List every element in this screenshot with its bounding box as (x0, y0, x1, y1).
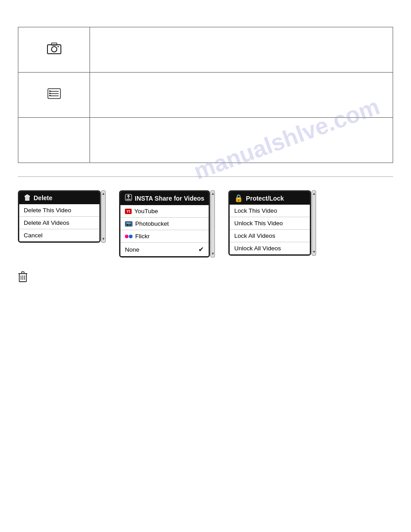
none-checkmark: ✔ (198, 245, 204, 253)
insta-share-menu: INSTA Share for Videos Yt YouTube 📷 Phot… (119, 190, 210, 257)
scroll-down-arrow[interactable]: ▼ (211, 252, 214, 256)
delete-scrollbar[interactable]: ▲ ▼ (101, 190, 106, 243)
insta-share-menu-header: INSTA Share for Videos (120, 192, 209, 205)
unlock-all-videos-label: Unlock All Videos (234, 245, 281, 252)
blank-icon-cell (18, 118, 90, 163)
cancel-label: Cancel (24, 232, 43, 239)
menus-section: 🗑 Delete Delete This Video Delete All Vi… (18, 190, 393, 257)
protect-lock-menu-wrapper: 🔒 Protect/Lock Lock This Video Unlock Th… (228, 190, 316, 256)
list-icon (47, 88, 61, 102)
youtube-icon: Yt (125, 209, 132, 214)
section-divider (18, 176, 393, 177)
camera-icon-cell (18, 27, 90, 72)
camera-icon (47, 43, 61, 57)
none-label: None (125, 246, 139, 253)
insta-share-menu-wrapper: INSTA Share for Videos Yt YouTube 📷 Phot… (119, 190, 215, 257)
protect-lock-menu-title: Protect/Lock (246, 195, 284, 202)
svg-rect-9 (49, 93, 51, 94)
bottom-trash-icon (18, 271, 28, 285)
delete-menu-wrapper: 🗑 Delete Delete This Video Delete All Vi… (18, 190, 106, 243)
scroll-down-arrow[interactable]: ▼ (102, 237, 105, 241)
lock-icon: 🔒 (234, 194, 243, 202)
table-section (0, 27, 411, 163)
delete-menu-title: Delete (34, 194, 52, 202)
photobucket-item[interactable]: 📷 Photobucket (120, 218, 209, 230)
youtube-item[interactable]: Yt YouTube (120, 205, 209, 218)
scroll-up-arrow[interactable]: ▲ (211, 192, 214, 196)
feature-table (18, 27, 393, 163)
table-row (18, 118, 393, 163)
protect-lock-menu: 🔒 Protect/Lock Lock This Video Unlock Th… (228, 190, 311, 256)
delete-this-video-item[interactable]: Delete This Video (19, 204, 99, 217)
delete-this-video-label: Delete This Video (24, 207, 71, 214)
row2-content (90, 73, 393, 117)
svg-point-3 (57, 46, 59, 47)
scroll-down-arrow[interactable]: ▼ (312, 250, 316, 254)
share-icon (125, 194, 132, 203)
flickr-label: Flickr (135, 233, 150, 240)
table-row (18, 73, 393, 118)
photobucket-icon: 📷 (125, 221, 133, 227)
unlock-all-videos-item[interactable]: Unlock All Videos (230, 242, 310, 254)
unlock-this-video-item[interactable]: Unlock This Video (230, 217, 310, 230)
protect-lock-scrollbar[interactable]: ▲ ▼ (312, 190, 316, 256)
svg-rect-8 (49, 90, 51, 92)
scroll-up-arrow[interactable]: ▲ (312, 192, 316, 196)
cancel-item[interactable]: Cancel (19, 229, 99, 241)
row3-content (90, 118, 393, 163)
photobucket-label: Photobucket (135, 220, 169, 227)
unlock-this-video-label: Unlock This Video (234, 220, 283, 227)
lock-all-videos-item[interactable]: Lock All Videos (230, 230, 310, 242)
row1-content (90, 27, 393, 72)
scroll-up-arrow[interactable]: ▲ (102, 192, 105, 196)
delete-all-videos-label: Delete All Videos (24, 219, 69, 226)
svg-rect-2 (51, 43, 57, 45)
svg-rect-10 (49, 95, 51, 96)
lock-this-video-label: Lock This Video (234, 207, 277, 214)
flickr-icon (125, 235, 133, 238)
lock-all-videos-label: Lock All Videos (234, 232, 275, 239)
delete-menu: 🗑 Delete Delete This Video Delete All Vi… (18, 190, 101, 243)
none-item[interactable]: None ✔ (120, 243, 209, 256)
youtube-label: YouTube (134, 208, 158, 215)
list-icon-cell (18, 73, 90, 117)
protect-lock-menu-header: 🔒 Protect/Lock (230, 192, 310, 205)
insta-share-scrollbar[interactable]: ▲ ▼ (210, 190, 215, 257)
delete-all-videos-item[interactable]: Delete All Videos (19, 217, 99, 229)
table-row (18, 27, 393, 73)
svg-point-1 (51, 47, 57, 52)
trash-icon: 🗑 (24, 194, 31, 202)
insta-share-menu-title: INSTA Share for Videos (135, 195, 204, 202)
lock-this-video-item[interactable]: Lock This Video (230, 205, 310, 217)
delete-menu-header: 🗑 Delete (19, 192, 99, 204)
bottom-icon-section (18, 271, 393, 285)
flickr-item[interactable]: Flickr (120, 230, 209, 243)
